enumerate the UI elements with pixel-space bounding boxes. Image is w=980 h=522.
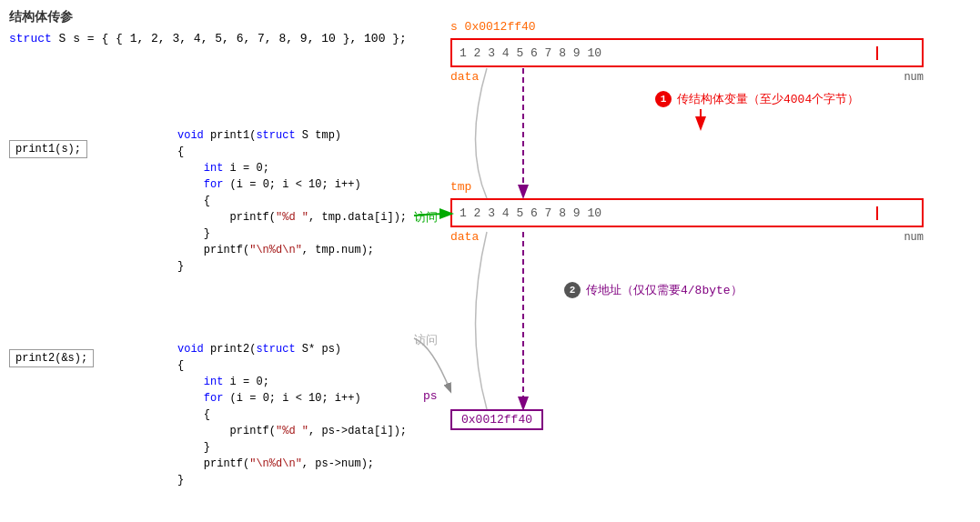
badge-1: 1 <box>655 91 672 107</box>
tmp-num-box <box>878 200 922 226</box>
annotation-2: 2 传地址（仅仅需要4/8byte） <box>564 282 743 298</box>
memory-tmp-container: tmp 1 2 3 4 5 6 7 8 9 10 data num <box>450 198 924 227</box>
s-address-label: s 0x0012ff40 <box>450 20 536 34</box>
annot1-text: 传结构体变量（至少4004个字节） <box>677 91 859 107</box>
tmp-num-label: num <box>904 230 924 244</box>
tmp-label: tmp <box>450 180 471 194</box>
tmp-data-values: 1 2 3 4 5 6 7 8 9 10 <box>452 206 878 220</box>
s-num-box <box>878 40 922 65</box>
memory-s-container: s 0x0012ff40 1 2 3 4 5 6 7 8 9 10 data n… <box>450 38 924 67</box>
ps-label: ps <box>423 389 438 403</box>
ps-container: ps 0x0012ff40 <box>450 409 543 430</box>
arrows-overlay <box>0 0 980 522</box>
visit-label-2: 访问 <box>414 332 438 348</box>
call1-row: 1 print1(s); <box>9 141 25 157</box>
badge-2: 2 <box>564 282 581 298</box>
call1-box[interactable]: print1(s); <box>9 140 87 158</box>
struct-definition: struct S s = { { 1, 2, 3, 4, 5, 6, 7, 8,… <box>9 32 407 45</box>
call2-row: 2 print2(&s); <box>9 350 25 366</box>
code-block-2: void print2(struct S* ps) { int i = 0; f… <box>177 341 407 488</box>
s-num-label: num <box>904 70 924 84</box>
call2-box[interactable]: print2(&s); <box>9 349 94 367</box>
ps-value-box: 0x0012ff40 <box>450 409 543 430</box>
s-data-values: 1 2 3 4 5 6 7 8 9 10 <box>452 46 878 60</box>
tmp-data-label: data <box>450 230 479 244</box>
visit-label-1: 访问 <box>414 209 438 226</box>
s-data-label: data <box>450 70 479 84</box>
annot2-text: 传地址（仅仅需要4/8byte） <box>586 282 743 298</box>
page-title: 结构体传参 <box>9 9 73 25</box>
code-block-1: void print1(struct S tmp) { int i = 0; f… <box>177 127 407 275</box>
annotation-1: 1 传结构体变量（至少4004个字节） <box>655 91 859 107</box>
